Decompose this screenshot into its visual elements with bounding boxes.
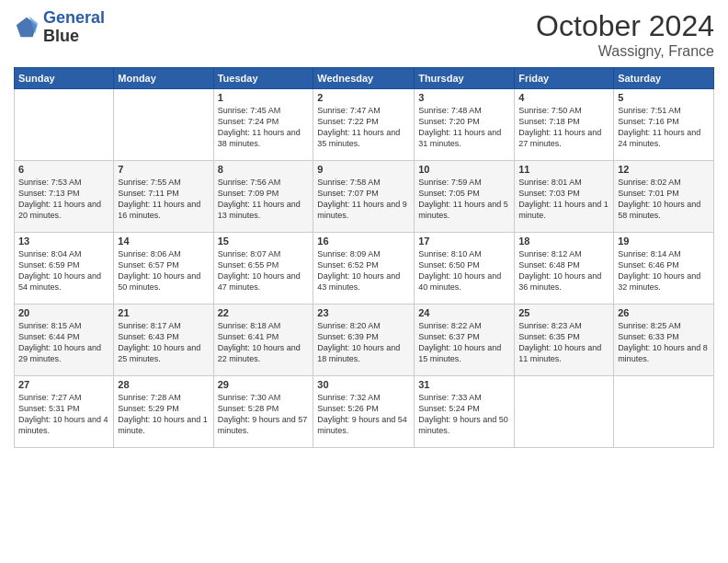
day-cell: 21Sunrise: 8:17 AM Sunset: 6:43 PM Dayli… xyxy=(114,304,213,376)
day-cell: 9Sunrise: 7:58 AM Sunset: 7:07 PM Daylig… xyxy=(313,161,415,233)
day-cell: 11Sunrise: 8:01 AM Sunset: 7:03 PM Dayli… xyxy=(515,161,614,233)
day-info: Sunrise: 8:15 AM Sunset: 6:44 PM Dayligh… xyxy=(18,320,109,365)
day-info: Sunrise: 7:27 AM Sunset: 5:31 PM Dayligh… xyxy=(18,392,109,437)
day-info: Sunrise: 8:06 AM Sunset: 6:57 PM Dayligh… xyxy=(118,248,209,293)
col-header-tuesday: Tuesday xyxy=(213,68,313,89)
day-info: Sunrise: 7:53 AM Sunset: 7:13 PM Dayligh… xyxy=(18,177,109,222)
day-info: Sunrise: 8:23 AM Sunset: 6:35 PM Dayligh… xyxy=(518,320,609,365)
day-number: 21 xyxy=(118,307,209,318)
day-number: 26 xyxy=(618,307,710,318)
day-cell: 8Sunrise: 7:56 AM Sunset: 7:09 PM Daylig… xyxy=(213,161,313,233)
day-number: 12 xyxy=(618,164,710,175)
day-cell: 29Sunrise: 7:30 AM Sunset: 5:28 PM Dayli… xyxy=(213,376,313,448)
col-header-wednesday: Wednesday xyxy=(313,68,415,89)
day-number: 15 xyxy=(218,236,310,247)
day-cell: 5Sunrise: 7:51 AM Sunset: 7:16 PM Daylig… xyxy=(614,89,714,161)
day-cell: 6Sunrise: 7:53 AM Sunset: 7:13 PM Daylig… xyxy=(15,161,114,233)
day-info: Sunrise: 8:12 AM Sunset: 6:48 PM Dayligh… xyxy=(518,248,609,293)
day-number: 18 xyxy=(518,236,609,247)
day-info: Sunrise: 7:55 AM Sunset: 7:11 PM Dayligh… xyxy=(118,177,209,222)
day-number: 28 xyxy=(118,379,209,390)
day-cell: 16Sunrise: 8:09 AM Sunset: 6:52 PM Dayli… xyxy=(313,233,415,304)
day-cell: 20Sunrise: 8:15 AM Sunset: 6:44 PM Dayli… xyxy=(15,304,114,376)
day-info: Sunrise: 7:33 AM Sunset: 5:24 PM Dayligh… xyxy=(418,392,510,437)
col-header-thursday: Thursday xyxy=(415,68,515,89)
day-info: Sunrise: 7:47 AM Sunset: 7:22 PM Dayligh… xyxy=(317,105,410,150)
day-cell: 15Sunrise: 8:07 AM Sunset: 6:55 PM Dayli… xyxy=(213,233,313,304)
day-number: 30 xyxy=(317,379,410,390)
day-cell xyxy=(114,89,213,161)
day-info: Sunrise: 7:59 AM Sunset: 7:05 PM Dayligh… xyxy=(418,177,510,222)
day-info: Sunrise: 8:07 AM Sunset: 6:55 PM Dayligh… xyxy=(218,248,310,293)
day-number: 22 xyxy=(218,307,310,318)
day-number: 14 xyxy=(118,236,209,247)
day-cell: 23Sunrise: 8:20 AM Sunset: 6:39 PM Dayli… xyxy=(313,304,415,376)
day-cell: 25Sunrise: 8:23 AM Sunset: 6:35 PM Dayli… xyxy=(515,304,614,376)
day-number: 27 xyxy=(18,379,109,390)
day-number: 16 xyxy=(317,236,410,247)
day-info: Sunrise: 8:02 AM Sunset: 7:01 PM Dayligh… xyxy=(618,177,710,222)
day-info: Sunrise: 7:45 AM Sunset: 7:24 PM Dayligh… xyxy=(218,105,310,150)
day-number: 5 xyxy=(618,92,710,103)
day-cell xyxy=(515,376,614,448)
week-row-1: 1Sunrise: 7:45 AM Sunset: 7:24 PM Daylig… xyxy=(15,89,714,161)
day-cell: 28Sunrise: 7:28 AM Sunset: 5:29 PM Dayli… xyxy=(114,376,213,448)
day-number: 4 xyxy=(518,92,609,103)
day-info: Sunrise: 8:10 AM Sunset: 6:50 PM Dayligh… xyxy=(418,248,510,293)
day-cell xyxy=(614,376,714,448)
location: Wassigny, France xyxy=(536,43,714,60)
day-info: Sunrise: 7:28 AM Sunset: 5:29 PM Dayligh… xyxy=(118,392,209,437)
day-number: 25 xyxy=(518,307,609,318)
day-cell: 3Sunrise: 7:48 AM Sunset: 7:20 PM Daylig… xyxy=(415,89,515,161)
col-header-sunday: Sunday xyxy=(15,68,114,89)
day-cell: 17Sunrise: 8:10 AM Sunset: 6:50 PM Dayli… xyxy=(415,233,515,304)
title-block: October 2024 Wassigny, France xyxy=(536,9,714,60)
day-info: Sunrise: 8:01 AM Sunset: 7:03 PM Dayligh… xyxy=(518,177,609,222)
header-row: SundayMondayTuesdayWednesdayThursdayFrid… xyxy=(15,68,714,89)
week-row-5: 27Sunrise: 7:27 AM Sunset: 5:31 PM Dayli… xyxy=(15,376,714,448)
day-cell: 31Sunrise: 7:33 AM Sunset: 5:24 PM Dayli… xyxy=(415,376,515,448)
day-info: Sunrise: 7:51 AM Sunset: 7:16 PM Dayligh… xyxy=(618,105,710,150)
day-cell: 4Sunrise: 7:50 AM Sunset: 7:18 PM Daylig… xyxy=(515,89,614,161)
week-row-3: 13Sunrise: 8:04 AM Sunset: 6:59 PM Dayli… xyxy=(15,233,714,304)
logo-text: General Blue xyxy=(43,9,105,46)
day-cell: 1Sunrise: 7:45 AM Sunset: 7:24 PM Daylig… xyxy=(213,89,313,161)
day-cell: 26Sunrise: 8:25 AM Sunset: 6:33 PM Dayli… xyxy=(614,304,714,376)
day-info: Sunrise: 8:25 AM Sunset: 6:33 PM Dayligh… xyxy=(618,320,710,365)
day-cell: 14Sunrise: 8:06 AM Sunset: 6:57 PM Dayli… xyxy=(114,233,213,304)
day-number: 24 xyxy=(418,307,510,318)
day-info: Sunrise: 7:50 AM Sunset: 7:18 PM Dayligh… xyxy=(518,105,609,150)
day-info: Sunrise: 7:56 AM Sunset: 7:09 PM Dayligh… xyxy=(218,177,310,222)
day-number: 17 xyxy=(418,236,510,247)
day-cell: 12Sunrise: 8:02 AM Sunset: 7:01 PM Dayli… xyxy=(614,161,714,233)
logo-line1: General xyxy=(43,8,105,27)
col-header-friday: Friday xyxy=(515,68,614,89)
day-number: 7 xyxy=(118,164,209,175)
day-number: 3 xyxy=(418,92,510,103)
day-cell: 27Sunrise: 7:27 AM Sunset: 5:31 PM Dayli… xyxy=(15,376,114,448)
logo: General Blue xyxy=(14,9,105,46)
day-number: 10 xyxy=(418,164,510,175)
day-number: 8 xyxy=(218,164,310,175)
day-cell: 2Sunrise: 7:47 AM Sunset: 7:22 PM Daylig… xyxy=(313,89,415,161)
day-number: 9 xyxy=(317,164,410,175)
day-info: Sunrise: 8:14 AM Sunset: 6:46 PM Dayligh… xyxy=(618,248,710,293)
col-header-saturday: Saturday xyxy=(614,68,714,89)
day-number: 1 xyxy=(218,92,310,103)
day-number: 23 xyxy=(317,307,410,318)
day-info: Sunrise: 8:22 AM Sunset: 6:37 PM Dayligh… xyxy=(418,320,510,365)
day-info: Sunrise: 8:17 AM Sunset: 6:43 PM Dayligh… xyxy=(118,320,209,365)
day-cell xyxy=(15,89,114,161)
day-info: Sunrise: 7:32 AM Sunset: 5:26 PM Dayligh… xyxy=(317,392,410,437)
page-header: General Blue October 2024 Wassigny, Fran… xyxy=(14,9,714,60)
month-title: October 2024 xyxy=(536,9,714,43)
day-cell: 18Sunrise: 8:12 AM Sunset: 6:48 PM Dayli… xyxy=(515,233,614,304)
day-number: 6 xyxy=(18,164,109,175)
day-cell: 7Sunrise: 7:55 AM Sunset: 7:11 PM Daylig… xyxy=(114,161,213,233)
day-number: 2 xyxy=(317,92,410,103)
day-cell: 24Sunrise: 8:22 AM Sunset: 6:37 PM Dayli… xyxy=(415,304,515,376)
day-cell: 19Sunrise: 8:14 AM Sunset: 6:46 PM Dayli… xyxy=(614,233,714,304)
day-cell: 30Sunrise: 7:32 AM Sunset: 5:26 PM Dayli… xyxy=(313,376,415,448)
day-number: 31 xyxy=(418,379,510,390)
day-info: Sunrise: 8:18 AM Sunset: 6:41 PM Dayligh… xyxy=(218,320,310,365)
